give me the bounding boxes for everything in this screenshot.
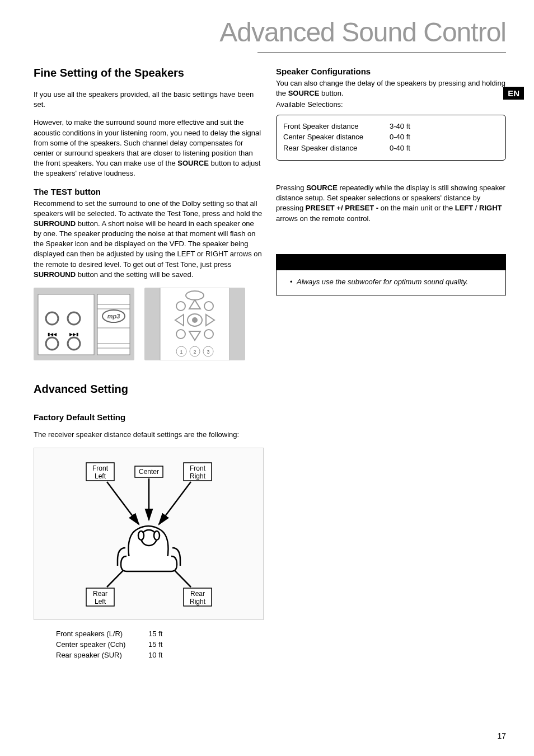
config-value: 0-40 ft	[390, 132, 499, 143]
svg-point-4	[68, 337, 80, 350]
config-key: Front Speaker distance	[283, 121, 390, 132]
svg-point-3	[46, 337, 58, 350]
paragraph-test: Recommend to set the surround to one of …	[34, 199, 264, 280]
svg-text:Rear: Rear	[190, 590, 204, 598]
preset-button-label: PRESET +/ PRESET -	[306, 204, 378, 212]
config-key: Center Speaker distance	[283, 132, 390, 143]
svg-text:3: 3	[207, 349, 209, 355]
remote-illustration: 1 2 3	[144, 288, 245, 360]
svg-point-18	[204, 302, 213, 311]
text-run: /	[473, 204, 479, 212]
default-row: Front speakers (L/R) 15 ft	[56, 629, 264, 640]
default-row: Center speaker (Cch) 15 ft	[56, 640, 264, 650]
config-value: 0-40 ft	[390, 143, 499, 154]
svg-point-1	[46, 312, 58, 325]
left-column: Fine Setting of the Speakers If you use …	[34, 67, 264, 661]
heading-fine-setting: Fine Setting of the Speakers	[34, 67, 264, 79]
page-number: 17	[497, 731, 506, 740]
svg-point-21	[204, 330, 213, 339]
svg-text:2: 2	[193, 349, 196, 355]
svg-point-20	[176, 330, 185, 339]
paragraph-speaker-config: You can also change the delay of the spe…	[276, 78, 506, 98]
svg-point-53	[138, 531, 144, 540]
svg-text:Rear: Rear	[92, 590, 107, 598]
bullet-icon: •	[290, 277, 297, 287]
svg-text:Left: Left	[94, 598, 106, 605]
surround-button-label: SURROUND	[34, 219, 76, 228]
right-column: Speaker Configurations You can also chan…	[276, 67, 506, 661]
paragraph-fine-1: If you use all the speakers provided, al…	[34, 90, 264, 110]
source-button-label: SOURCE	[177, 159, 209, 167]
config-row: Center Speaker distance 0-40 ft	[283, 132, 499, 143]
note-box: •Always use the subwoofer for optimum so…	[276, 254, 506, 295]
svg-text:Front: Front	[189, 464, 205, 472]
svg-text:Center: Center	[138, 468, 158, 476]
unit-panel-illustration: ▮◀◀ ▶▶▮ mp3	[34, 288, 134, 360]
svg-text:▶▶▮: ▶▶▮	[69, 332, 78, 337]
text-run: button.	[319, 89, 343, 97]
text-run: Recommend to set the surround to one of …	[34, 199, 262, 218]
text-run: Pressing	[276, 184, 306, 192]
svg-text:Left: Left	[94, 472, 106, 480]
default-key: Front speakers (L/R)	[56, 629, 148, 640]
heading-speaker-configurations: Speaker Configurations	[276, 67, 506, 76]
device-illustration: ▮◀◀ ▶▶▮ mp3	[34, 288, 264, 360]
source-button-label: SOURCE	[306, 184, 338, 192]
svg-point-2	[68, 312, 80, 325]
svg-text:1: 1	[180, 349, 182, 355]
source-button-label: SOURCE	[288, 89, 320, 97]
paragraph-pressing-source: Pressing SOURCE repeatedly while the dis…	[276, 183, 506, 224]
config-value: 3-40 ft	[390, 121, 499, 132]
svg-point-17	[176, 302, 185, 311]
default-value: 15 ft	[148, 629, 162, 640]
left-button-label: LEFT	[455, 204, 474, 212]
surround-button-label: SURROUND	[34, 270, 76, 279]
paragraph-factory: The receiver speaker distance default se…	[34, 430, 264, 440]
speaker-layout-diagram: Front Left Center Front Right Rear Left …	[34, 448, 264, 620]
right-button-label: RIGHT	[479, 204, 502, 212]
config-row: Front Speaker distance 3-40 ft	[283, 121, 499, 132]
svg-text:▮◀◀: ▮◀◀	[48, 332, 57, 337]
text-run: button and the setting will be saved.	[76, 270, 193, 279]
text-run: on the main unit or the	[378, 204, 455, 212]
heading-advanced-setting: Advanced Setting	[34, 383, 264, 396]
svg-text:Right: Right	[189, 598, 205, 605]
svg-line-49	[159, 482, 191, 524]
svg-text:Right: Right	[189, 472, 205, 480]
note-header-bar	[277, 255, 505, 270]
heading-factory-default: Factory Default Setting	[34, 412, 264, 422]
svg-rect-7	[97, 294, 130, 355]
default-key: Center speaker (Cch)	[56, 640, 148, 650]
default-value: 10 ft	[148, 650, 162, 661]
text-run: arrows on the remote control.	[276, 214, 371, 223]
heading-test-button: The TEST button	[34, 187, 264, 196]
page-title: Advanced Sound Control	[34, 17, 506, 48]
note-body: •Always use the subwoofer for optimum so…	[277, 270, 505, 295]
default-key: Rear speaker (SUR)	[56, 650, 148, 661]
svg-point-26	[193, 318, 197, 322]
default-row: Rear speaker (SUR) 10 ft	[56, 650, 264, 661]
config-key: Rear Speaker distance	[283, 143, 390, 154]
default-value: 15 ft	[148, 640, 162, 650]
svg-point-54	[154, 531, 160, 540]
note-text: Always use the subwoofer for optimum sou…	[297, 278, 468, 286]
default-distances-list: Front speakers (L/R) 15 ft Center speake…	[56, 629, 264, 661]
title-divider	[257, 52, 506, 53]
available-selections-label: Available Selections:	[276, 100, 506, 110]
svg-point-16	[186, 291, 204, 300]
language-tab: EN	[503, 87, 524, 100]
config-row: Rear Speaker distance 0-40 ft	[283, 143, 499, 154]
svg-text:Front: Front	[92, 464, 108, 472]
paragraph-fine-2: However, to make the surround sound more…	[34, 118, 264, 179]
speaker-config-box: Front Speaker distance 3-40 ft Center Sp…	[276, 115, 506, 161]
svg-text:mp3: mp3	[107, 313, 120, 320]
svg-line-47	[107, 482, 139, 524]
